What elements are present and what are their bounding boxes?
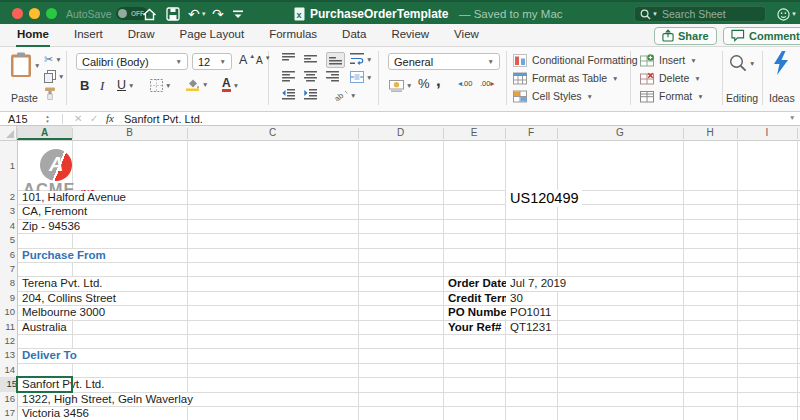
cell-F10[interactable]: PO1011	[506, 306, 554, 319]
cell-A2[interactable]: 101, Halford Avenue	[18, 191, 129, 204]
accounting-format-button[interactable]: ▼	[389, 79, 412, 92]
comma-style-button[interactable]: ,	[436, 71, 441, 91]
align-middle-button[interactable]	[304, 53, 317, 65]
borders-button[interactable]: ▼	[150, 79, 171, 92]
save-button[interactable]	[166, 5, 180, 23]
font-color-button[interactable]: A▼	[222, 78, 239, 92]
bold-button[interactable]: B	[80, 78, 89, 93]
shrink-font-button[interactable]: A▼	[256, 55, 271, 66]
align-center-button[interactable]	[304, 71, 317, 83]
row-header-1[interactable]: 1	[0, 141, 15, 190]
tab-draw[interactable]: Draw	[127, 24, 156, 47]
cell-A13[interactable]: Deliver To	[18, 349, 80, 362]
formula-bar-expand-icon[interactable]: ▼	[789, 114, 795, 121]
ribbon-button-conditional-formatting[interactable]: Conditional Formatting▼	[513, 51, 649, 69]
ribbon-button-format-as-table[interactable]: Format as Table▼	[513, 69, 649, 87]
ribbon-button-delete[interactable]: Delete▼	[640, 69, 704, 87]
row-header-7[interactable]: 7	[0, 262, 15, 276]
ribbon-button-cell-styles[interactable]: Cell Styles▼	[513, 87, 649, 105]
select-all-corner[interactable]	[0, 126, 17, 140]
cell-F8[interactable]: Jul 7, 2019	[506, 277, 569, 290]
cell-A16[interactable]: 1322, High Street, Geln Waverlay	[18, 393, 196, 406]
font-size-select[interactable]: 12▼	[192, 53, 232, 70]
increase-decimal-button[interactable]: ◂.00	[458, 79, 472, 88]
row-header-13[interactable]: 13	[0, 348, 15, 362]
italic-button[interactable]: I	[100, 78, 104, 94]
grow-font-button[interactable]: A▲	[239, 53, 255, 67]
name-box[interactable]: A15	[8, 113, 28, 125]
merge-center-button[interactable]: ▼	[350, 71, 372, 83]
column-header-F[interactable]: F	[505, 126, 557, 140]
home-button[interactable]	[142, 5, 157, 23]
orientation-button[interactable]: ab▼	[334, 89, 356, 101]
row-header-15[interactable]: 15	[0, 377, 17, 391]
cell-A10[interactable]: Melbourne 3000	[18, 306, 108, 319]
row-header-8[interactable]: 8	[0, 276, 15, 290]
cell-A9[interactable]: 204, Collins Street	[18, 292, 119, 305]
ideas-button[interactable]	[772, 51, 789, 75]
tab-view[interactable]: View	[453, 24, 480, 47]
undo-button[interactable]: ↶▼	[188, 5, 207, 23]
copy-button[interactable]: ▼	[44, 70, 64, 83]
tab-insert[interactable]: Insert	[73, 24, 104, 47]
percent-style-button[interactable]: %	[418, 76, 430, 91]
row-header-11[interactable]: 11	[0, 320, 15, 334]
row-header-10[interactable]: 10	[0, 305, 15, 319]
column-header-D[interactable]: D	[358, 126, 443, 140]
quick-access-menu-button[interactable]	[233, 5, 243, 23]
row-header-14[interactable]: 14	[0, 363, 15, 377]
column-header-C[interactable]: C	[187, 126, 358, 140]
row-header-3[interactable]: 3	[0, 204, 15, 218]
accept-entry-icon[interactable]: ✓	[90, 113, 98, 124]
column-header-B[interactable]: B	[72, 126, 187, 140]
cut-button[interactable]: ✂▼	[44, 53, 62, 66]
row-header-4[interactable]: 4	[0, 219, 15, 233]
font-name-select[interactable]: Calibri (Body)▼	[76, 53, 188, 70]
cell-A6[interactable]: Purchase From	[18, 249, 109, 262]
paste-button[interactable]: ▼	[10, 52, 40, 78]
align-left-button[interactable]	[282, 71, 295, 83]
number-format-select[interactable]: General▼	[388, 53, 500, 70]
share-button[interactable]: Share	[654, 27, 717, 45]
wrap-text-button[interactable]: ▼	[350, 53, 372, 65]
comments-button[interactable]: Comments	[723, 27, 800, 45]
tab-review[interactable]: Review	[390, 24, 430, 47]
formula-content[interactable]: Sanfort Pvt. Ltd.	[124, 113, 203, 125]
minimize-window-button[interactable]	[29, 8, 40, 19]
name-box-stepper[interactable]: ▲▼	[42, 113, 53, 125]
row-header-12[interactable]: 12	[0, 334, 15, 348]
align-top-button[interactable]	[282, 53, 295, 65]
row-header-16[interactable]: 16	[0, 392, 15, 406]
search-input[interactable]: ▼ Search Sheet	[634, 6, 766, 22]
feedback-button[interactable]: ▼	[777, 5, 797, 23]
increase-indent-button[interactable]	[304, 89, 317, 101]
cell-A11[interactable]: Australia	[18, 321, 70, 334]
cell-E11[interactable]: Your Ref#	[444, 321, 504, 334]
tab-home[interactable]: Home	[16, 24, 50, 47]
cell-F9[interactable]: 30	[506, 292, 526, 305]
ribbon-button-format[interactable]: Format▼	[640, 87, 704, 105]
column-header-E[interactable]: E	[443, 126, 505, 140]
spreadsheet-grid[interactable]: A ACME INC. 1234567891011121314151617101…	[0, 141, 800, 420]
decrease-indent-button[interactable]	[282, 89, 295, 101]
cell-A17[interactable]: Victoria 3456	[18, 407, 92, 420]
cancel-entry-icon[interactable]: ✕	[74, 113, 82, 124]
tab-page-layout[interactable]: Page Layout	[179, 24, 246, 47]
ribbon-button-insert[interactable]: Insert▼	[640, 51, 704, 69]
row-header-17[interactable]: 17	[0, 406, 15, 420]
tab-formulas[interactable]: Formulas	[268, 24, 318, 47]
close-window-button[interactable]	[12, 8, 23, 19]
decrease-decimal-button[interactable]: .00▸	[480, 79, 494, 88]
redo-button[interactable]: ↷	[212, 5, 224, 23]
column-header-A[interactable]: A	[17, 126, 72, 140]
cell-F11[interactable]: QT1231	[506, 321, 555, 334]
row-header-6[interactable]: 6	[0, 248, 15, 262]
format-painter-button[interactable]	[44, 87, 56, 100]
fullscreen-window-button[interactable]	[46, 8, 57, 19]
tab-data[interactable]: Data	[341, 24, 367, 47]
row-header-2[interactable]: 2	[0, 190, 15, 204]
cell-A8[interactable]: Terena Pvt. Ltd.	[18, 277, 106, 290]
align-right-button[interactable]	[326, 71, 339, 83]
cell-A4[interactable]: Zip - 94536	[18, 220, 83, 233]
cell-E10[interactable]: PO Number	[444, 306, 514, 319]
